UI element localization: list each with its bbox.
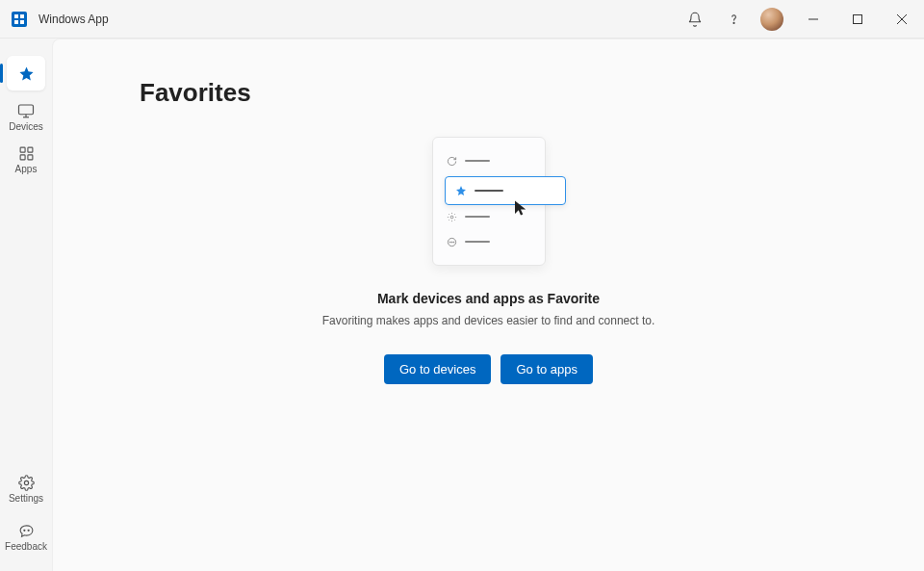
cursor-icon [512,199,529,221]
star-icon [455,185,467,196]
svg-rect-16 [27,155,32,160]
empty-state-illustration [432,137,546,266]
cta-row: Go to devices Go to apps [384,354,593,384]
help-button[interactable] [714,0,753,39]
sidebar-item-feedback[interactable]: Feedback [3,519,49,554]
main-content: Favorites [52,39,924,571]
illustration-highlight [445,176,566,205]
titlebar: Windows App [0,0,924,39]
svg-rect-3 [14,20,18,24]
sidebar-item-devices[interactable]: Devices [3,98,49,134]
gear-icon [447,212,457,222]
svg-point-5 [733,22,734,23]
svg-point-17 [24,480,28,484]
svg-point-23 [451,242,452,243]
svg-rect-13 [20,147,25,152]
maximize-button[interactable] [835,0,880,39]
dots-icon [447,237,457,247]
refresh-icon [447,156,457,167]
svg-point-19 [28,530,29,531]
feedback-icon [18,523,35,539]
sidebar-item-label: Apps [15,164,38,174]
titlebar-actions [676,0,791,39]
svg-rect-4 [20,20,24,24]
sidebar-item-settings[interactable]: Settings [3,471,49,506]
star-icon [18,65,35,82]
empty-state-subtext: Favoriting makes apps and devices easier… [322,314,655,327]
svg-point-22 [449,242,450,243]
sidebar-item-label: Devices [9,121,43,132]
avatar[interactable] [760,8,783,31]
sidebar-item-favorites[interactable] [7,56,45,91]
sidebar-item-label: Feedback [5,541,47,552]
svg-rect-2 [20,14,24,18]
svg-rect-10 [19,105,34,115]
svg-point-18 [23,530,24,531]
sidebar-item-apps[interactable]: Apps [3,142,49,176]
app-logo-icon [12,12,27,27]
page-title: Favorites [140,78,837,108]
apps-icon [18,145,35,162]
app-title: Windows App [38,13,109,26]
svg-point-24 [452,242,453,243]
svg-rect-1 [14,14,18,18]
window-controls [791,0,924,39]
empty-state: Mark devices and apps as Favorite Favori… [140,137,837,384]
svg-rect-0 [12,12,27,27]
svg-point-20 [450,216,453,219]
svg-rect-7 [854,14,862,23]
sidebar: Devices Apps Settings Feedback [0,39,52,571]
close-button[interactable] [880,0,924,39]
minimize-button[interactable] [791,0,835,39]
go-to-apps-button[interactable]: Go to apps [500,354,593,384]
monitor-icon [17,102,35,119]
empty-state-heading: Mark devices and apps as Favorite [377,291,600,306]
notifications-button[interactable] [676,0,714,39]
sidebar-item-label: Settings [9,493,43,504]
go-to-devices-button[interactable]: Go to devices [384,354,492,384]
gear-icon [18,475,35,491]
svg-rect-14 [27,147,32,152]
svg-rect-15 [20,155,25,160]
